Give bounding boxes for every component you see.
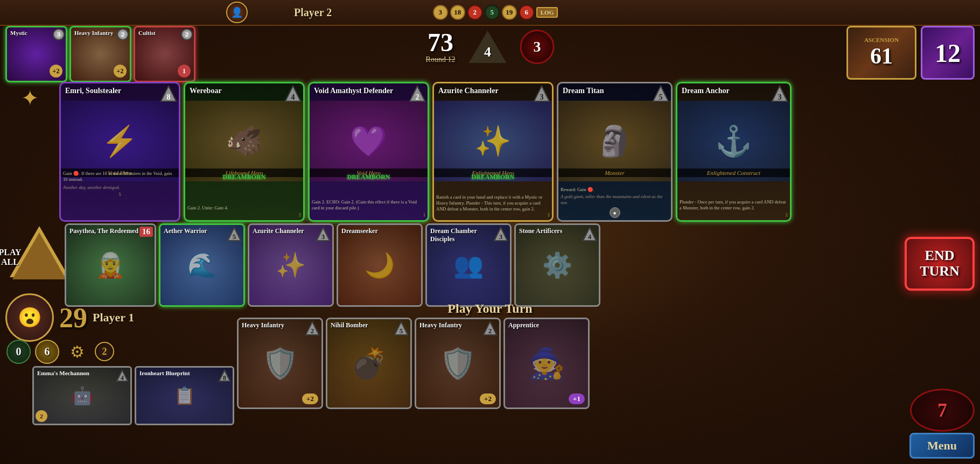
play-all-label: PLAYALL <box>0 248 33 266</box>
nihil-cost: 5 <box>394 321 409 338</box>
cards-icon: 5 <box>485 5 500 20</box>
honor-icon: 19 <box>502 5 517 20</box>
misc-icon: 6 <box>519 5 534 20</box>
card-dream-titan[interactable]: Dream Titan 5 🗿 Monster Reward: Gain 🔴. … <box>557 82 673 222</box>
play-all-button[interactable]: PLAYALL <box>10 226 69 277</box>
player2-portrait: 👤 <box>226 2 248 23</box>
cultist-title: Cultist <box>138 30 183 36</box>
end-turn-button[interactable]: END TURN <box>905 237 975 291</box>
hand-card-azurite2[interactable]: Azurite Channeler 3 ✨ <box>248 223 334 307</box>
heavy1-badge: +2 <box>302 393 318 404</box>
azurite2-cost: 3 <box>316 227 331 244</box>
resource-row-1: 0 6 ⚙ 2 <box>6 338 114 365</box>
attack-num: 4 <box>484 44 491 60</box>
center-info: 73 Round 12 4 3 <box>426 30 555 64</box>
dream-titan-title: Dream Titan <box>563 87 655 95</box>
apprentice-title: Apprentice <box>508 321 573 329</box>
dreamseeker-title: Dreamseeker <box>341 227 406 235</box>
svg-text:5: 5 <box>233 233 236 241</box>
emri-cost: 8 <box>160 85 177 104</box>
hand-card-cultist[interactable]: Cultist 2 1 <box>134 26 195 82</box>
emri-title: Emri, Soulstealer <box>65 87 163 95</box>
hand-card-mystic[interactable]: Mystic 3 +2 <box>5 26 67 82</box>
bottom-hand: Heavy Infantry 2 🛡️ +2 Nihil Bomber 5 💣 … <box>237 318 910 409</box>
hand-card-heavy-infantry[interactable]: Heavy Infantry 2 +2 <box>69 26 131 82</box>
player1-info: 😮 29 Player 1 <box>5 293 134 342</box>
ironheart-cost: 8 <box>218 369 231 384</box>
svg-text:4: 4 <box>121 374 124 382</box>
card-emri[interactable]: Emri, Soulstealer 8 ⚡ Void Hero Gain 🔴. … <box>59 82 180 222</box>
void-amathyst-cost: 2 <box>409 85 426 104</box>
card-dream-anchor[interactable]: Dream Anchor 3 ⚓ Enlightened Construct P… <box>676 82 792 222</box>
heavy2-title: Heavy Infantry <box>419 321 484 329</box>
stone-artificers-cost: 4 <box>582 227 597 244</box>
hand-card-aether-warrior[interactable]: Aether Warrior 5 🌊 <box>159 223 245 307</box>
end-turn-label: END TURN <box>907 248 972 279</box>
wereboar-cost: 4 <box>284 85 302 104</box>
wereboar-text: Gain 2. Unite: Gain 4. 2 <box>187 205 301 218</box>
play-turn-text: Play Your Turn <box>215 301 765 316</box>
card-azurite-channeler[interactable]: Azurite Channeler 3 ✨ Enlightened Hero D… <box>432 82 554 222</box>
bottom-card-heavy2[interactable]: Heavy Infantry 2 🛡️ +2 <box>415 318 501 409</box>
gold-icon: 3 <box>433 5 448 20</box>
bottom-card-heavy1[interactable]: Heavy Infantry 2 🛡️ +2 <box>237 318 323 409</box>
emmas-title: Emma's Mechannon <box>37 370 115 376</box>
emmas-badge: 2 <box>36 410 47 422</box>
mystic-title: Mystic <box>10 30 55 36</box>
azurite-cost: 3 <box>533 85 550 104</box>
compass-rose: ✦ <box>15 83 45 113</box>
cultist-cost: 2 <box>181 29 193 40</box>
wereboar-title: Wereboar <box>190 87 287 95</box>
green-resource: 0 <box>6 340 31 364</box>
heavy1-cost: 2 <box>305 321 320 338</box>
bottom-card-apprentice[interactable]: Apprentice 🧙 +1 <box>503 318 590 409</box>
menu-button[interactable]: Menu <box>909 433 975 459</box>
play-your-turn-banner: Play Your Turn <box>215 301 765 316</box>
azurite-text: Banish a card in your hand and replace i… <box>436 194 550 218</box>
stone-artificers-title: Stone Artificers <box>519 227 584 235</box>
hand-card-dream-chamber[interactable]: Dream Chamber Disciples 3 👥 <box>425 223 512 307</box>
dream-anchor-title: Dream Anchor <box>682 87 774 95</box>
top-resource-icons: 3 18 2 5 19 6 LOG <box>433 5 558 20</box>
hand-card-dreamseeker[interactable]: Dreamseeker 🌙 <box>337 223 423 307</box>
log-button[interactable]: LOG <box>536 7 558 18</box>
extra-card-emmas[interactable]: Emma's Mechannon 4 🤖 2 <box>32 366 132 425</box>
top-right-scores: ASCENSION 61 12 <box>846 26 975 80</box>
heavy2-badge: +2 <box>480 393 496 404</box>
player1-name: Player 1 <box>93 311 134 325</box>
player-hand-row: Pasythea, The Redeemed 16 🧝 Aether Warri… <box>65 223 915 307</box>
svg-text:8: 8 <box>223 374 226 382</box>
player2-hand: Mystic 3 +2 Heavy Infantry 2 +2 Cultist … <box>5 26 195 82</box>
heavy2-cost: 2 <box>482 321 498 338</box>
void-amathyst-text: Gain 2. ECHO: Gain 2. (Gain this effect … <box>312 199 425 218</box>
extra-card-ironheart[interactable]: Ironheart Blueprint 8 📋 <box>135 366 234 425</box>
svg-text:4: 4 <box>291 93 295 101</box>
aether-warrior-cost: 5 <box>227 227 242 244</box>
azurite-title: Azurite Channeler <box>438 87 536 95</box>
emmas-cost: 4 <box>116 369 129 384</box>
aether-warrior-title: Aether Warrior <box>164 227 228 235</box>
heavy1-title: Heavy Infantry <box>242 321 306 329</box>
emri-text: Gain 🔴. If there are 10 or more Monsters… <box>61 170 179 199</box>
player1-resources: 0 6 ⚙ 2 <box>6 338 114 365</box>
gear-resource: 2 <box>95 342 114 361</box>
nihil-title: Nihil Bomber <box>331 321 395 329</box>
hand-card-stone-artificers[interactable]: Stone Artificers 4 ⚙️ <box>514 223 600 307</box>
heavy-infantry-cost: 2 <box>117 29 129 40</box>
gold-resource: 6 <box>35 340 59 364</box>
bottom-card-nihil[interactable]: Nihil Bomber 5 💣 <box>326 318 412 409</box>
card-void-amathyst[interactable]: Void Amathyst Defender 2 💜 Void Hero DRE… <box>308 82 429 222</box>
svg-text:2: 2 <box>416 93 419 101</box>
svg-text:4: 4 <box>588 233 592 241</box>
player2-name: Player 2 <box>294 6 332 19</box>
dream-chamber-cost: 3 <box>493 227 508 244</box>
dream-anchor-type: Enlightened Construct <box>677 168 790 177</box>
ascension-label: ASCENSION <box>864 37 899 43</box>
player1-avatar: 😮 <box>5 293 54 342</box>
dream-anchor-text: Plunder - Once per turn, if you acquire … <box>680 199 788 218</box>
card-wereboar[interactable]: Wereboar 4 🐗 Lifebound Hero DREAMBORN Ga… <box>184 82 305 222</box>
heavy-infantry-title: Heavy Infantry <box>74 30 119 36</box>
svg-text:3: 3 <box>499 233 503 241</box>
azurite2-title: Azurite Channeler <box>253 227 317 235</box>
svg-text:3: 3 <box>321 233 325 241</box>
